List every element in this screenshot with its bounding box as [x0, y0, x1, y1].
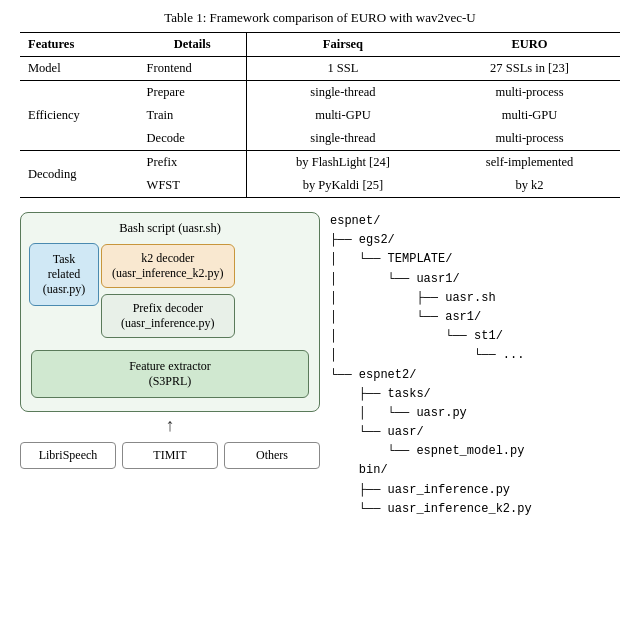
fairseq-model: 1 SSL: [246, 57, 439, 81]
table-section: Table 1: Framework comparison of EURO wi…: [20, 10, 620, 198]
decoder-group: k2 decoder(uasr_inference_k2.py) Prefix …: [101, 244, 235, 338]
tree-line: espnet/: [330, 212, 620, 231]
feature-efficiency: Efficiency: [20, 81, 139, 151]
tree-line: │ └── TEMPLATE/: [330, 250, 620, 269]
tree-area: espnet/ ├── egs2/ │ └── TEMPLATE/ │ └── …: [330, 212, 620, 519]
detail-wfst: WFST: [139, 174, 247, 198]
tree-line: │ └── uasr.py: [330, 404, 620, 423]
euro-decode: multi-process: [439, 127, 620, 151]
euro-prepare: multi-process: [439, 81, 620, 105]
tree-line: bin/: [330, 461, 620, 480]
prefix-decoder-box: Prefix decoder(uasr_inference.py): [101, 294, 235, 338]
dataset-timit: TIMIT: [122, 442, 218, 469]
tree-line: ├── uasr_inference.py: [330, 481, 620, 500]
fairseq-prefix: by FlashLight [24]: [246, 151, 439, 175]
bash-title: Bash script (uasr.sh): [31, 221, 309, 236]
dataset-others: Others: [224, 442, 320, 469]
detail-model: Frontend: [139, 57, 247, 81]
tree-line: │ └── uasr1/: [330, 270, 620, 289]
euro-prefix: self-implemented: [439, 151, 620, 175]
fairseq-prepare: single-thread: [246, 81, 439, 105]
tree-line: │ └── asr1/: [330, 308, 620, 327]
tree-line: └── espnet2/: [330, 366, 620, 385]
feature-decoding: Decoding: [20, 151, 139, 198]
arrow-down: ↑: [20, 416, 320, 434]
tree-line: └── uasr/: [330, 423, 620, 442]
table-row: Efficiency Prepare single-thread multi-p…: [20, 81, 620, 105]
dataset-librispeech: LibriSpeech: [20, 442, 116, 469]
bash-box: Bash script (uasr.sh) Task related(uasr.…: [20, 212, 320, 412]
euro-model: 27 SSLs in [23]: [439, 57, 620, 81]
col-details: Details: [139, 33, 247, 57]
diagram-area: Bash script (uasr.sh) Task related(uasr.…: [20, 212, 320, 469]
feature-model: Model: [20, 57, 139, 81]
col-euro: EURO: [439, 33, 620, 57]
detail-prefix: Prefix: [139, 151, 247, 175]
detail-train: Train: [139, 104, 247, 127]
tree-line: └── uasr_inference_k2.py: [330, 500, 620, 519]
col-features: Features: [20, 33, 139, 57]
tree-line: ├── egs2/: [330, 231, 620, 250]
euro-wfst: by k2: [439, 174, 620, 198]
tree-line: │ ├── uasr.sh: [330, 289, 620, 308]
feature-extractor-box: Feature extractor(S3PRL): [31, 350, 309, 398]
bottom-section: Bash script (uasr.sh) Task related(uasr.…: [20, 212, 620, 519]
dataset-row: LibriSpeech TIMIT Others: [20, 442, 320, 469]
table-row: Model Frontend 1 SSL 27 SSLs in [23]: [20, 57, 620, 81]
tree-line: ├── tasks/: [330, 385, 620, 404]
fairseq-train: multi-GPU: [246, 104, 439, 127]
task-box: Task related(uasr.py): [29, 243, 99, 306]
table-header-row: Features Details Fairseq EURO: [20, 33, 620, 57]
table-title: Table 1: Framework comparison of EURO wi…: [20, 10, 620, 26]
table-row: Decoding Prefix by FlashLight [24] self-…: [20, 151, 620, 175]
detail-prepare: Prepare: [139, 81, 247, 105]
euro-train: multi-GPU: [439, 104, 620, 127]
tree-line: │ └── ...: [330, 346, 620, 365]
fairseq-decode: single-thread: [246, 127, 439, 151]
tree-line: └── espnet_model.py: [330, 442, 620, 461]
k2-decoder-box: k2 decoder(uasr_inference_k2.py): [101, 244, 235, 288]
tree-line: │ └── st1/: [330, 327, 620, 346]
fairseq-wfst: by PyKaldi [25]: [246, 174, 439, 198]
comparison-table: Features Details Fairseq EURO Model Fron…: [20, 32, 620, 198]
col-fairseq: Fairseq: [246, 33, 439, 57]
detail-decode: Decode: [139, 127, 247, 151]
